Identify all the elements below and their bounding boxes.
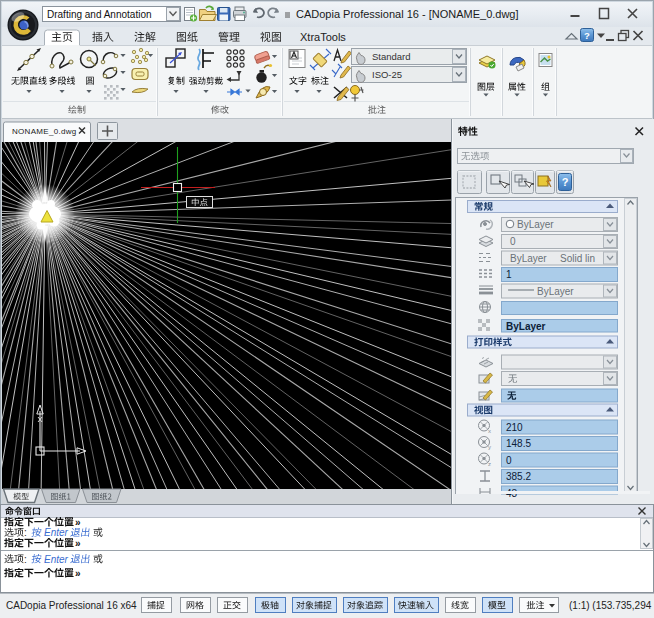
svg-text:1: 1 [506, 269, 512, 280]
svg-text:ByLayer: ByLayer [537, 286, 574, 297]
svg-text:?: ? [562, 176, 569, 188]
svg-text:ByLayer: ByLayer [510, 253, 547, 264]
svg-text:210: 210 [506, 422, 523, 433]
svg-text:»: » [75, 538, 81, 549]
svg-text::: : [24, 554, 27, 565]
svg-text:0: 0 [510, 236, 516, 247]
svg-text:x: x [488, 428, 491, 434]
svg-text:Standard: Standard [372, 51, 411, 62]
svg-text:Enter: Enter [44, 554, 69, 565]
svg-text:ByLayer: ByLayer [517, 219, 554, 230]
svg-text:ByLayer: ByLayer [506, 321, 546, 332]
svg-text:148.5: 148.5 [506, 438, 531, 449]
svg-text:CADopia Professional 16 - [NON: CADopia Professional 16 - [NONAME_0.dwg] [296, 8, 519, 20]
svg-text:»: » [75, 517, 81, 528]
svg-text:Enter: Enter [44, 527, 69, 538]
svg-text:»: » [75, 568, 81, 579]
svg-text:?: ? [584, 30, 590, 41]
svg-text:ISO-25: ISO-25 [372, 69, 402, 80]
svg-text:385.2: 385.2 [506, 471, 531, 482]
svg-text:Solid lin: Solid lin [560, 253, 595, 264]
svg-text::: : [24, 527, 27, 538]
svg-text:Drafting and Annotation: Drafting and Annotation [47, 9, 152, 20]
svg-text:NONAME_0.dwg: NONAME_0.dwg [12, 127, 77, 136]
svg-text:(1:1) (153.735,294: (1:1) (153.735,294 [569, 600, 652, 611]
svg-text:0: 0 [506, 455, 512, 466]
svg-text:z: z [488, 461, 491, 467]
svg-text:y: y [488, 444, 491, 450]
svg-text:XtraTools: XtraTools [300, 31, 346, 43]
svg-text:CADopia Professional 16 x64: CADopia Professional 16 x64 [6, 600, 137, 611]
